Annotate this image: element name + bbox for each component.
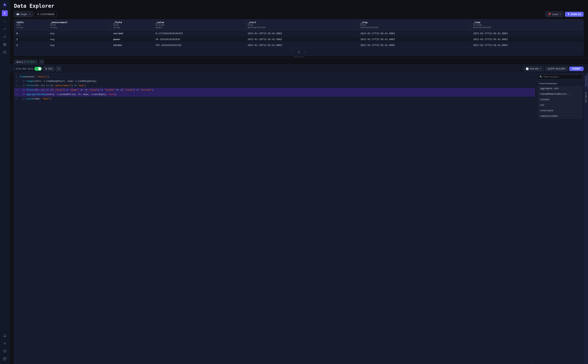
table-row: 0msgcurrent0.171545454545454532023-01-28… (14, 31, 583, 36)
local-label: Local (552, 13, 558, 16)
transformations-label: Transformations (537, 81, 584, 85)
graph-button[interactable]: 🏔 Graph ▼ (14, 11, 33, 17)
search-icon: 🔍 (540, 76, 542, 78)
upload-nav-icon[interactable]: ↑ (1, 18, 8, 25)
code-line: 3 |> filter(fn: (r) => r["_measurement"]… (14, 84, 535, 88)
col-measurement: _measurement group string (48, 20, 111, 31)
function-chip[interactable]: aggregate.rate (538, 86, 582, 91)
line-content: |> yield(name: "mean") (20, 97, 535, 101)
csv-button[interactable]: ⬇ CSV (43, 66, 55, 71)
query-options-left: ℹ View Raw Data ⬇ CSV ↻ (14, 66, 62, 72)
prev-page-button[interactable]: ‹ (291, 50, 294, 54)
functions-search-bar: 🔍 (537, 73, 584, 81)
view-raw-label: View Raw Data (16, 67, 33, 70)
line-content: |> aggregateWindow(every: v.windowPeriod… (20, 92, 535, 97)
code-line: 6 |> yield(name: "mean") (14, 97, 535, 101)
svg-point-8 (5, 352, 5, 352)
add-query-button[interactable]: + (39, 59, 44, 64)
query-tab-1[interactable]: Query 1 (0.02s) (14, 59, 38, 64)
graph-chart-icon: 🏔 (16, 13, 19, 16)
line-number: 5 (14, 92, 20, 97)
col-table: table mean string (14, 20, 48, 31)
line-number: 3 (14, 84, 20, 88)
query-section: Query 1 (0.02s) + ℹ View Raw Data ⬇ CSV … (10, 58, 588, 364)
calendar-nav-icon[interactable] (1, 49, 8, 56)
code-line: 1from(bucket: "shelly") (14, 75, 535, 79)
timerange-button[interactable]: 🕐 Past 30d ▼ (524, 66, 543, 71)
page-header: Data Explorer (10, 0, 588, 11)
toolbar-left: 🏔 Graph ▼ ⚙ CUSTOMIZE (14, 11, 57, 17)
functions-panel: 🔍 Transformations aggregate.ratechandeMo… (536, 73, 588, 364)
line-content: |> filter(fn: (r) => r["_measurement"] =… (20, 84, 535, 88)
submit-button[interactable]: SUBMIT (569, 66, 584, 71)
line-content: from(bucket: "shelly") (20, 75, 535, 79)
submit-label: SUBMIT (572, 67, 581, 70)
data-table-area: table mean string _measurement group str… (14, 19, 584, 56)
page-title: Data Explorer (14, 3, 584, 9)
col-value: _value no group double (153, 20, 245, 31)
save-as-label: SAVE AS (571, 13, 581, 16)
save-as-button[interactable]: ⬆ SAVE AS (565, 12, 584, 17)
add-query-icon: + (41, 60, 42, 63)
functions-side-tab[interactable]: Functions (584, 73, 588, 89)
pagination: ‹ 1 › (14, 48, 583, 56)
query-builder-button[interactable]: QUERY BUILDER (545, 66, 568, 71)
data-table: table mean string _measurement group str… (14, 20, 583, 48)
view-raw-toggle: ℹ View Raw Data (14, 67, 42, 71)
customize-button[interactable]: ⚙ CUSTOMIZE (35, 11, 57, 17)
code-line: 5 |> aggregateWindow(every: v.windowPeri… (14, 92, 535, 97)
col-stop: _stop group dateTime:RFC3339 (358, 20, 471, 31)
col-field: _field group string (111, 20, 153, 31)
code-line: 4 |> filter(fn: (r) => r["_field"] == "p… (14, 88, 535, 92)
bell-nav-icon[interactable] (1, 332, 8, 339)
workspace-avatar[interactable]: C (2, 10, 8, 16)
variables-side-tab[interactable]: Variables (584, 89, 588, 105)
refresh-button[interactable]: ↻ (56, 66, 62, 72)
function-chip[interactable]: covariance (538, 108, 582, 113)
panel-divider[interactable]: ⋮ (535, 73, 536, 364)
svg-rect-4 (5, 45, 6, 46)
graph-chevron-icon: ▼ (29, 13, 31, 15)
customize-label: CUSTOMIZE (40, 13, 54, 16)
scroll-bar[interactable] (293, 56, 304, 57)
function-chip[interactable]: columns (538, 97, 582, 102)
csv-label: CSV (48, 67, 52, 70)
customize-gear-icon: ⚙ (37, 13, 39, 16)
table-row: 1msgpower34.181818181818182023-01-28T15:… (14, 36, 583, 42)
panel-nav-icon[interactable] (1, 356, 8, 362)
line-content: |> filter(fn: (r) => r["_field"] == "pow… (20, 88, 535, 92)
code-lines: 1from(bucket: "shelly")2 |> range(start:… (14, 73, 535, 364)
info-icon: ℹ (14, 67, 15, 70)
settings-nav-icon[interactable] (1, 340, 8, 347)
local-chevron-icon: ▼ (559, 13, 561, 15)
col-start: _start group dateTime:RFC3339 (245, 20, 358, 31)
pencil-nav-icon[interactable] (1, 33, 8, 40)
panel-wrapper: 🔍 Transformations aggregate.ratechandeMo… (537, 73, 588, 364)
line-number: 4 (14, 88, 20, 92)
function-chip[interactable]: cumulativeSum (538, 114, 582, 119)
line-number: 2 (14, 79, 20, 83)
col-time: _time no group dateTime:RFC3339 (471, 20, 583, 31)
scroll-separator (10, 56, 588, 58)
grid-nav-icon[interactable] (1, 41, 8, 48)
help-nav-icon[interactable] (1, 348, 8, 354)
timerange-chevron-icon: ▼ (539, 67, 542, 70)
panel-side-tabs: Functions Variables (584, 73, 588, 364)
local-button[interactable]: 📌 Local ▼ (545, 11, 563, 17)
toolbar: 🏔 Graph ▼ ⚙ CUSTOMIZE 📌 Local ▼ ⬆ SAVE A… (10, 11, 588, 19)
code-editor[interactable]: 1from(bucket: "shelly")2 |> range(start:… (14, 73, 535, 364)
panel-content: 🔍 Transformations aggregate.ratechandeMo… (537, 73, 584, 364)
functions-search-input[interactable] (538, 74, 582, 79)
query-tabs-bar: Query 1 (0.02s) + (10, 58, 588, 64)
page-number: 1 (297, 50, 301, 54)
search-wrap: 🔍 (538, 74, 582, 79)
raw-data-toggle-switch[interactable] (34, 67, 42, 71)
function-chip[interactable]: cov (538, 103, 582, 108)
svg-rect-9 (4, 358, 6, 360)
app-logo (2, 2, 8, 8)
next-page-button[interactable]: › (303, 50, 306, 54)
function-chip[interactable]: chandeMomentumOscill... (538, 92, 582, 97)
query-builder-label: QUERY BUILDER (547, 67, 565, 70)
svg-rect-2 (5, 43, 6, 44)
chart-nav-icon[interactable] (1, 26, 8, 32)
